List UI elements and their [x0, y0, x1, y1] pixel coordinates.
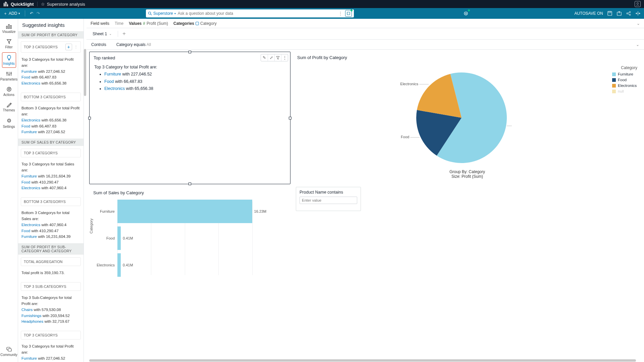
svg-text:Food: Food: [401, 135, 409, 139]
insights-panel: Suggested insights SUM OF PROFIT BY CATE…: [18, 19, 84, 362]
insight-card[interactable]: TOTAL AGGREGATION: [21, 257, 81, 266]
chevron-down-icon[interactable]: ⌄: [109, 32, 112, 36]
resize-handle[interactable]: [189, 183, 191, 185]
insight-card[interactable]: BOTTOM 3 CATEGORYS: [21, 197, 81, 206]
bar-row: Food0.41M: [94, 225, 286, 252]
svg-rect-25: [10, 73, 11, 74]
svg-rect-23: [6, 72, 7, 73]
plus-icon: ＋: [3, 11, 7, 16]
autosave-label[interactable]: AUTOSAVE ON: [574, 11, 603, 16]
resize-handle[interactable]: [88, 117, 91, 119]
legend-item[interactable]: Food: [612, 78, 637, 82]
undo-button[interactable]: ↶: [30, 11, 33, 16]
visual-filter-control[interactable]: Product Name contains: [296, 187, 361, 211]
insight-group: SUM OF PROFIT BY SUB-CATEGORY AND CATEGO…: [18, 243, 84, 255]
nav-visualize[interactable]: Visualize: [2, 21, 16, 36]
resize-handle[interactable]: [289, 117, 291, 119]
nav-insights[interactable]: Insights: [2, 52, 16, 68]
dashboard-canvas[interactable]: ✎ ⤢ ⋮ Top ranked Top 3 Category for tota…: [87, 50, 644, 362]
more-icon[interactable]: ⋮: [338, 11, 342, 16]
bar-row: Electronics0.41M: [94, 252, 286, 278]
resize-handle[interactable]: [189, 51, 191, 53]
redo-button[interactable]: ↷: [37, 11, 40, 16]
tab-sheet1[interactable]: Sheet 1 ⌄: [90, 30, 114, 38]
star-icon: ☆: [41, 2, 45, 7]
main-toolbar: ＋ ADD ▾ ↶ ↷ Superstore ▾ ⋮ AUTOSAVE ON: [0, 8, 644, 19]
legend-item[interactable]: Furniture: [612, 72, 637, 76]
brand-label: QuickSight: [11, 2, 34, 7]
filter-input[interactable]: [300, 197, 357, 204]
edit-icon[interactable]: ✎: [261, 54, 268, 61]
expand-icon[interactable]: ⤢: [268, 54, 274, 61]
user-icon: [636, 2, 640, 6]
q-input[interactable]: [178, 11, 338, 16]
svg-rect-0: [4, 3, 5, 6]
add-sheet-button[interactable]: ＋: [121, 30, 127, 37]
q-dataset-tag[interactable]: Superstore ▾: [148, 11, 176, 16]
chevron-down-icon[interactable]: ⌄: [636, 42, 639, 47]
svg-rect-9: [608, 11, 612, 15]
nav-actions[interactable]: Actions: [2, 85, 16, 99]
add-button[interactable]: ＋ ADD ▾: [3, 11, 20, 16]
filter-icon[interactable]: [274, 54, 281, 61]
insight-body: Top 3 Categorys for total Profit are: Fu…: [18, 342, 84, 362]
nav-themes[interactable]: Themes: [2, 100, 16, 114]
svg-line-15: [628, 12, 629, 13]
svg-line-5: [151, 14, 152, 15]
dimension-icon: [196, 22, 199, 25]
nav-filter[interactable]: Filter: [2, 37, 16, 51]
refresh-q-button[interactable]: [463, 11, 469, 16]
svg-rect-18: [8, 24, 9, 29]
control-category[interactable]: Category equals All: [116, 42, 151, 47]
analysis-name[interactable]: ☆ Superstore analysis: [41, 2, 85, 7]
more-icon[interactable]: ⋮: [281, 54, 288, 61]
parameters-icon: [6, 71, 12, 76]
values-well[interactable]: Values # Profit (Sum): [129, 21, 168, 26]
fit-button[interactable]: [635, 11, 641, 16]
nav-settings[interactable]: ⚙ Settings: [2, 115, 16, 131]
insight-card[interactable]: TOP 3 CATEGORYS: [21, 149, 81, 157]
visual-title: Sum of Sales by Category: [89, 187, 290, 197]
measure-icon: #: [143, 21, 145, 26]
insight-card[interactable]: TOP 3 CATEGORYS: [21, 331, 81, 340]
visual-pie-chart[interactable]: Sum of Profit by Category FurnitureFoodE…: [293, 52, 641, 184]
visual-top-ranked[interactable]: ✎ ⤢ ⋮ Top ranked Top 3 Category for tota…: [89, 52, 290, 184]
insight-body: Bottom 3 Categorys for total Sales are: …: [18, 209, 84, 243]
add-insight-button[interactable]: +: [65, 44, 72, 50]
svg-rect-24: [8, 74, 9, 75]
q-search-bar[interactable]: Superstore ▾ ⋮: [146, 9, 354, 17]
save-button[interactable]: [607, 11, 612, 16]
insights-scrollbar[interactable]: [84, 49, 86, 96]
chevron-down-icon: ▾: [18, 12, 20, 15]
share-button[interactable]: [626, 11, 631, 16]
chevron-down-icon: ▾: [174, 12, 176, 15]
nav-community[interactable]: Community: [2, 345, 16, 359]
insights-icon: [6, 55, 12, 61]
legend-item[interactable]: Electronics: [612, 84, 637, 88]
app-header: QuickSight ☆ Superstore analysis: [0, 0, 644, 8]
field-wells-bar[interactable]: Field wells Time Values # Profit (Sum) C…: [87, 19, 644, 28]
svg-text:Electronics: Electronics: [400, 82, 418, 86]
community-icon: [6, 347, 12, 352]
canvas-h-scrollbar[interactable]: [89, 359, 641, 362]
export-button[interactable]: [616, 11, 622, 16]
insight-card[interactable]: BOTTOM 3 CATEGORYS: [21, 93, 81, 101]
nav-parameters[interactable]: Parameters: [2, 69, 16, 83]
svg-rect-2: [7, 4, 8, 6]
brand: QuickSight: [3, 1, 34, 7]
more-icon[interactable]: ⋮: [74, 45, 78, 49]
pie-chart: FurnitureFoodElectronics: [398, 64, 512, 165]
svg-rect-17: [6, 26, 7, 29]
insight-card[interactable]: TOP 3 CATEGORYS + ⋮: [21, 41, 81, 53]
pin-button[interactable]: [345, 10, 352, 17]
legend-item[interactable]: null: [612, 89, 637, 93]
categories-well[interactable]: Categories Category: [173, 21, 217, 26]
user-menu[interactable]: [635, 1, 641, 7]
chevron-down-icon[interactable]: ⌄: [637, 21, 640, 26]
canvas: Field wells Time Values # Profit (Sum) C…: [87, 19, 644, 362]
insight-body: Top 3 Categorys for total Sales are: Fur…: [18, 160, 84, 195]
svg-point-27: [8, 89, 10, 90]
insight-card[interactable]: TOP 3 SUB-CATEGORYS: [21, 282, 81, 291]
visual-bar-chart[interactable]: Sum of Sales by Category Category Furnit…: [89, 187, 290, 294]
sheet-tabs: Sheet 1 ⌄ ＋: [87, 28, 644, 40]
